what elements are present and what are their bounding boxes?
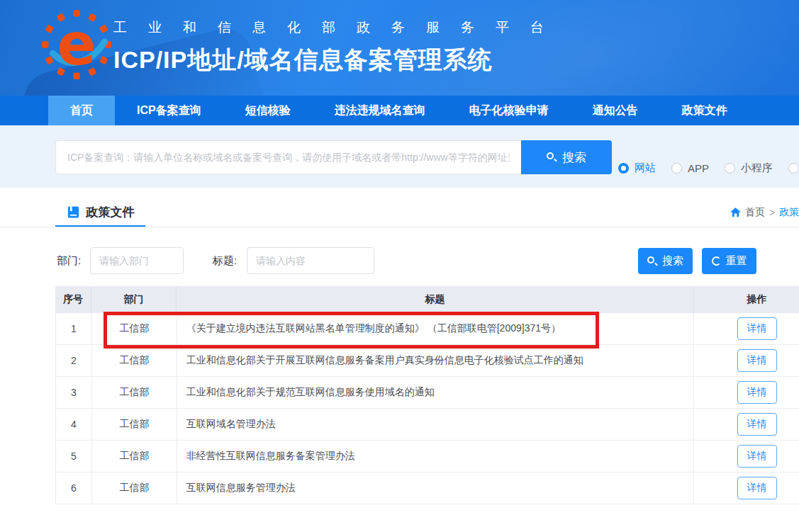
reset-icon [712, 256, 721, 266]
icp-search-input[interactable] [55, 140, 521, 174]
row-index: 6 [56, 472, 91, 504]
row-title: 《关于建立境内违法互联网站黑名单管理制度的通知》 （工信部联电管[2009]37… [177, 313, 693, 344]
radio-app[interactable]: APP [671, 162, 709, 174]
row-dept: 工信部 [91, 377, 177, 408]
icp-search-button-label: 搜索 [562, 149, 586, 166]
table-header-row: 序号 部门 标题 操作 [55, 286, 799, 313]
detail-button[interactable]: 详情 [737, 477, 777, 499]
search-icon [547, 152, 557, 162]
row-title: 互联网信息服务管理办法 [177, 472, 693, 504]
row-dept: 工信部 [91, 441, 177, 472]
radio-website[interactable]: 网站 [618, 162, 656, 175]
nav-item-home[interactable]: 首页 [48, 96, 115, 125]
detail-button[interactable]: 详情 [737, 413, 777, 436]
col-header-title: 标题 [176, 286, 693, 313]
row-dept: 工信部 [91, 409, 177, 440]
nav-item-policy-files[interactable]: 政策文件 [660, 96, 749, 125]
detail-button[interactable]: 详情 [737, 445, 777, 468]
row-title: 工业和信息化部关于开展互联网信息服务备案用户真实身份信息电子化核验试点工作的通知 [177, 345, 693, 376]
row-dept: 工信部 [91, 472, 177, 504]
row-index: 2 [56, 345, 91, 376]
detail-button[interactable]: 详情 [737, 317, 777, 340]
radio-miniprogram-dot[interactable] [725, 163, 735, 174]
table-row: 2 工信部 工业和信息化部关于开展互联网信息服务备案用户真实身份信息电子化核验试… [55, 345, 799, 377]
col-header-action: 操作 [693, 286, 799, 313]
row-dept: 工信部 [91, 345, 177, 376]
nav-item-notices[interactable]: 通知公告 [571, 96, 660, 125]
breadcrumb-current-link[interactable]: 政策文件 [779, 206, 799, 219]
filter-reset-button[interactable]: 重置 [702, 248, 756, 274]
title-filter-label: 标题: [213, 247, 237, 274]
search-icon [647, 256, 657, 266]
main-nav: 首页 ICP备案查询 短信核验 违法违规域名查询 电子化核验申请 通知公告 政策… [0, 96, 799, 125]
policy-document-icon [67, 205, 80, 219]
detail-button[interactable]: 详情 [737, 381, 777, 404]
radio-quickapp[interactable]: 快应用 [788, 162, 799, 175]
row-index: 5 [56, 441, 91, 472]
breadcrumb-home-link[interactable]: 首页 [745, 206, 765, 219]
row-title: 互联网域名管理办法 [177, 409, 693, 440]
radio-quickapp-dot[interactable] [788, 163, 799, 174]
icp-search-button[interactable]: 搜索 [521, 140, 612, 174]
miit-gear-logo-icon: e [41, 9, 112, 80]
row-dept: 工信部 [91, 313, 177, 344]
radio-website-label: 网站 [635, 162, 656, 175]
site-header: e 工业和信息化部政务服务平台 ICP/IP地址/域名信息备案管理系统 [0, 0, 799, 96]
dept-filter-input[interactable] [90, 247, 184, 274]
icp-search-section: 搜索 网站 APP 小程序 快应用 [0, 125, 799, 188]
nav-item-illegal-domain-query[interactable]: 违法违规域名查询 [313, 96, 447, 125]
table-row: 3 工信部 工业和信息化部关于规范互联网信息服务使用域名的通知 详情 [55, 377, 799, 409]
page-title: ICP/IP地址/域名信息备案管理系统 [113, 44, 565, 77]
table-row: 5 工信部 非经营性互联网信息服务备案管理办法 详情 [55, 441, 799, 472]
header-text-block: 工业和信息化部政务服务平台 ICP/IP地址/域名信息备案管理系统 [113, 18, 565, 77]
title-filter-input[interactable] [247, 247, 374, 274]
radio-app-label: APP [688, 162, 709, 174]
filter-row: 部门: 标题: 搜索 重置 [0, 240, 799, 283]
filter-search-button[interactable]: 搜索 [638, 248, 693, 274]
home-icon [730, 208, 741, 217]
nav-item-e-verify-apply[interactable]: 电子化核验申请 [447, 96, 571, 125]
row-title: 工业和信息化部关于规范互联网信息服务使用域名的通知 [177, 377, 693, 408]
platform-subtitle: 工业和信息化部政务服务平台 [113, 18, 565, 37]
table-row: 6 工信部 互联网信息服务管理办法 详情 [55, 472, 799, 504]
icp-filing-system-page: e 工业和信息化部政务服务平台 ICP/IP地址/域名信息备案管理系统 首页 I… [0, 0, 799, 532]
section-title-tab: 政策文件 [55, 199, 145, 227]
filter-search-button-label: 搜索 [662, 254, 683, 268]
col-header-dept: 部门 [91, 286, 176, 313]
section-bar: 政策文件 首页 > 政策文件 [0, 188, 799, 227]
breadcrumb: 首页 > 政策文件 [730, 206, 799, 219]
nav-item-sms-verify[interactable]: 短信核验 [223, 96, 313, 125]
radio-app-dot[interactable] [671, 163, 682, 174]
row-title: 非经营性互联网信息服务备案管理办法 [177, 441, 693, 472]
detail-button[interactable]: 详情 [737, 349, 777, 372]
row-index: 1 [56, 313, 91, 344]
table-row: 4 工信部 互联网域名管理办法 详情 [55, 409, 799, 441]
radio-website-dot[interactable] [618, 163, 629, 174]
radio-miniprogram-label: 小程序 [741, 162, 773, 175]
svg-text:e: e [57, 11, 96, 78]
policy-files-table: 序号 部门 标题 操作 1 工信部 《关于建立境内违法互联网站黑名单管理制度的通… [55, 286, 799, 504]
row-index: 4 [56, 409, 91, 440]
col-header-index: 序号 [55, 286, 91, 313]
table-row: 1 工信部 《关于建立境内违法互联网站黑名单管理制度的通知》 （工信部联电管[2… [55, 313, 799, 345]
radio-miniprogram[interactable]: 小程序 [725, 162, 773, 175]
search-type-radio-group: 网站 APP 小程序 快应用 [618, 161, 799, 175]
filter-reset-button-label: 重置 [726, 254, 747, 268]
section-divider [0, 227, 799, 227]
section-title: 政策文件 [86, 204, 135, 220]
nav-item-icp-query[interactable]: ICP备案查询 [115, 96, 223, 125]
dept-filter-label: 部门: [57, 247, 81, 274]
content-area: 政策文件 首页 > 政策文件 部门: 标题: 搜索 重 [0, 188, 799, 532]
row-index: 3 [56, 377, 91, 408]
breadcrumb-separator: > [769, 207, 775, 218]
